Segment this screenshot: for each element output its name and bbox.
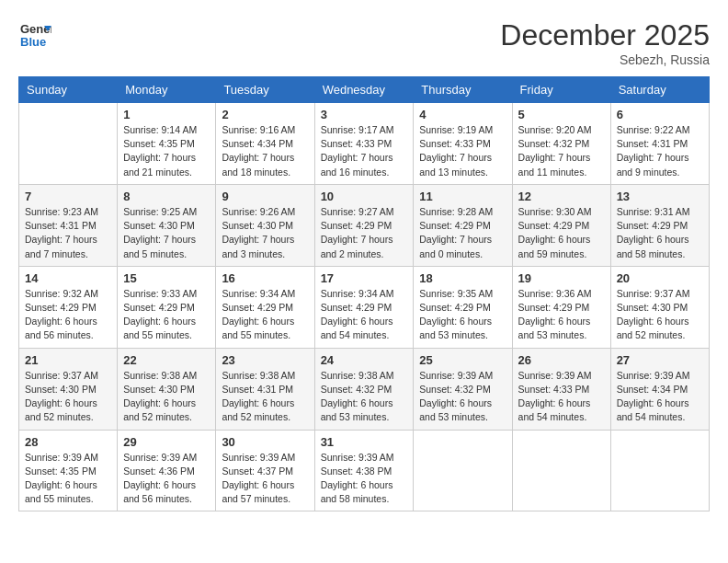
day-info: Sunrise: 9:28 AMSunset: 4:29 PMDaylight:… xyxy=(419,205,506,261)
day-number: 1 xyxy=(123,108,210,121)
svg-text:Blue: Blue xyxy=(20,35,46,49)
calendar-cell: 29Sunrise: 9:39 AMSunset: 4:36 PMDayligh… xyxy=(118,430,216,511)
calendar-cell: 16Sunrise: 9:34 AMSunset: 4:29 PMDayligh… xyxy=(216,266,314,348)
day-info: Sunrise: 9:39 AMSunset: 4:34 PMDaylight:… xyxy=(617,369,703,425)
day-number: 17 xyxy=(321,271,408,285)
day-info: Sunrise: 9:38 AMSunset: 4:30 PMDaylight:… xyxy=(123,369,210,425)
day-info: Sunrise: 9:17 AMSunset: 4:33 PMDaylight:… xyxy=(321,123,408,179)
calendar-cell: 23Sunrise: 9:38 AMSunset: 4:31 PMDayligh… xyxy=(216,348,314,430)
month-title: December 2025 xyxy=(500,18,710,52)
weekday-header: Sunday xyxy=(19,77,118,103)
calendar-cell: 25Sunrise: 9:39 AMSunset: 4:32 PMDayligh… xyxy=(414,348,512,430)
day-info: Sunrise: 9:39 AMSunset: 4:37 PMDaylight:… xyxy=(222,451,308,507)
day-number: 18 xyxy=(419,271,506,285)
calendar-cell: 15Sunrise: 9:33 AMSunset: 4:29 PMDayligh… xyxy=(118,266,216,348)
day-info: Sunrise: 9:16 AMSunset: 4:34 PMDaylight:… xyxy=(222,123,308,179)
day-info: Sunrise: 9:23 AMSunset: 4:31 PMDaylight:… xyxy=(25,205,111,261)
day-number: 29 xyxy=(123,435,210,449)
day-info: Sunrise: 9:27 AMSunset: 4:29 PMDaylight:… xyxy=(321,205,408,261)
calendar-cell: 20Sunrise: 9:37 AMSunset: 4:30 PMDayligh… xyxy=(610,266,709,348)
day-info: Sunrise: 9:31 AMSunset: 4:29 PMDaylight:… xyxy=(617,205,703,261)
calendar-cell: 28Sunrise: 9:39 AMSunset: 4:35 PMDayligh… xyxy=(19,430,118,511)
day-number: 20 xyxy=(617,271,703,285)
calendar-cell xyxy=(512,430,610,511)
day-info: Sunrise: 9:33 AMSunset: 4:29 PMDaylight:… xyxy=(123,287,210,343)
day-number: 25 xyxy=(419,353,506,367)
calendar-table: SundayMondayTuesdayWednesdayThursdayFrid… xyxy=(18,76,710,511)
weekday-header-row: SundayMondayTuesdayWednesdayThursdayFrid… xyxy=(19,77,710,103)
calendar-cell: 3Sunrise: 9:17 AMSunset: 4:33 PMDaylight… xyxy=(314,103,414,185)
calendar-week-row: 14Sunrise: 9:32 AMSunset: 4:29 PMDayligh… xyxy=(19,266,710,348)
day-info: Sunrise: 9:39 AMSunset: 4:36 PMDaylight:… xyxy=(123,451,210,507)
calendar-cell: 27Sunrise: 9:39 AMSunset: 4:34 PMDayligh… xyxy=(610,348,709,430)
day-info: Sunrise: 9:20 AMSunset: 4:32 PMDaylight:… xyxy=(518,123,605,179)
day-number: 5 xyxy=(518,108,605,121)
day-number: 19 xyxy=(518,271,605,285)
day-number: 3 xyxy=(321,108,408,121)
logo-icon: General Blue xyxy=(18,18,51,52)
day-info: Sunrise: 9:39 AMSunset: 4:35 PMDaylight:… xyxy=(25,451,111,507)
calendar-cell: 13Sunrise: 9:31 AMSunset: 4:29 PMDayligh… xyxy=(610,184,709,266)
day-number: 27 xyxy=(617,353,703,367)
calendar-cell: 10Sunrise: 9:27 AMSunset: 4:29 PMDayligh… xyxy=(314,184,414,266)
weekday-header: Tuesday xyxy=(216,77,314,103)
calendar-cell: 7Sunrise: 9:23 AMSunset: 4:31 PMDaylight… xyxy=(19,184,118,266)
day-number: 14 xyxy=(25,271,111,285)
calendar-cell: 5Sunrise: 9:20 AMSunset: 4:32 PMDaylight… xyxy=(512,103,610,185)
day-info: Sunrise: 9:39 AMSunset: 4:38 PMDaylight:… xyxy=(321,451,408,507)
day-number: 9 xyxy=(222,190,308,203)
day-info: Sunrise: 9:14 AMSunset: 4:35 PMDaylight:… xyxy=(123,123,210,179)
day-info: Sunrise: 9:39 AMSunset: 4:33 PMDaylight:… xyxy=(518,369,605,425)
calendar-cell: 6Sunrise: 9:22 AMSunset: 4:31 PMDaylight… xyxy=(610,103,709,185)
calendar-week-row: 1Sunrise: 9:14 AMSunset: 4:35 PMDaylight… xyxy=(19,103,710,185)
day-info: Sunrise: 9:35 AMSunset: 4:29 PMDaylight:… xyxy=(419,287,506,343)
weekday-header: Saturday xyxy=(610,77,709,103)
calendar-cell: 18Sunrise: 9:35 AMSunset: 4:29 PMDayligh… xyxy=(414,266,512,348)
calendar-cell: 2Sunrise: 9:16 AMSunset: 4:34 PMDaylight… xyxy=(216,103,314,185)
calendar-cell xyxy=(414,430,512,511)
day-info: Sunrise: 9:22 AMSunset: 4:31 PMDaylight:… xyxy=(617,123,703,179)
day-number: 30 xyxy=(222,435,308,449)
location: Sebezh, Russia xyxy=(500,52,710,67)
logo: General Blue xyxy=(18,18,51,52)
calendar-cell: 30Sunrise: 9:39 AMSunset: 4:37 PMDayligh… xyxy=(216,430,314,511)
day-info: Sunrise: 9:26 AMSunset: 4:30 PMDaylight:… xyxy=(222,205,308,261)
day-info: Sunrise: 9:34 AMSunset: 4:29 PMDaylight:… xyxy=(222,287,308,343)
calendar-week-row: 7Sunrise: 9:23 AMSunset: 4:31 PMDaylight… xyxy=(19,184,710,266)
day-number: 4 xyxy=(419,108,506,121)
calendar-week-row: 28Sunrise: 9:39 AMSunset: 4:35 PMDayligh… xyxy=(19,430,710,511)
calendar-cell: 9Sunrise: 9:26 AMSunset: 4:30 PMDaylight… xyxy=(216,184,314,266)
day-number: 28 xyxy=(25,435,111,449)
day-info: Sunrise: 9:37 AMSunset: 4:30 PMDaylight:… xyxy=(25,369,111,425)
day-info: Sunrise: 9:38 AMSunset: 4:31 PMDaylight:… xyxy=(222,369,308,425)
day-info: Sunrise: 9:19 AMSunset: 4:33 PMDaylight:… xyxy=(419,123,506,179)
day-info: Sunrise: 9:38 AMSunset: 4:32 PMDaylight:… xyxy=(321,369,408,425)
calendar-cell: 21Sunrise: 9:37 AMSunset: 4:30 PMDayligh… xyxy=(19,348,118,430)
day-number: 7 xyxy=(25,190,111,203)
day-number: 22 xyxy=(123,353,210,367)
page-header: General Blue December 2025 Sebezh, Russi… xyxy=(18,18,710,67)
calendar-cell: 17Sunrise: 9:34 AMSunset: 4:29 PMDayligh… xyxy=(314,266,414,348)
day-number: 15 xyxy=(123,271,210,285)
title-block: December 2025 Sebezh, Russia xyxy=(500,18,710,67)
calendar-cell: 22Sunrise: 9:38 AMSunset: 4:30 PMDayligh… xyxy=(118,348,216,430)
day-number: 31 xyxy=(321,435,408,449)
calendar-cell: 4Sunrise: 9:19 AMSunset: 4:33 PMDaylight… xyxy=(414,103,512,185)
day-info: Sunrise: 9:32 AMSunset: 4:29 PMDaylight:… xyxy=(25,287,111,343)
weekday-header: Friday xyxy=(512,77,610,103)
calendar-cell: 19Sunrise: 9:36 AMSunset: 4:29 PMDayligh… xyxy=(512,266,610,348)
day-number: 13 xyxy=(617,190,703,203)
day-number: 24 xyxy=(321,353,408,367)
calendar-cell xyxy=(610,430,709,511)
day-info: Sunrise: 9:34 AMSunset: 4:29 PMDaylight:… xyxy=(321,287,408,343)
day-info: Sunrise: 9:37 AMSunset: 4:30 PMDaylight:… xyxy=(617,287,703,343)
day-info: Sunrise: 9:36 AMSunset: 4:29 PMDaylight:… xyxy=(518,287,605,343)
calendar-cell: 14Sunrise: 9:32 AMSunset: 4:29 PMDayligh… xyxy=(19,266,118,348)
day-number: 26 xyxy=(518,353,605,367)
day-number: 16 xyxy=(222,271,308,285)
calendar-cell: 11Sunrise: 9:28 AMSunset: 4:29 PMDayligh… xyxy=(414,184,512,266)
day-number: 6 xyxy=(617,108,703,121)
day-number: 8 xyxy=(123,190,210,203)
calendar-cell: 24Sunrise: 9:38 AMSunset: 4:32 PMDayligh… xyxy=(314,348,414,430)
day-info: Sunrise: 9:30 AMSunset: 4:29 PMDaylight:… xyxy=(518,205,605,261)
